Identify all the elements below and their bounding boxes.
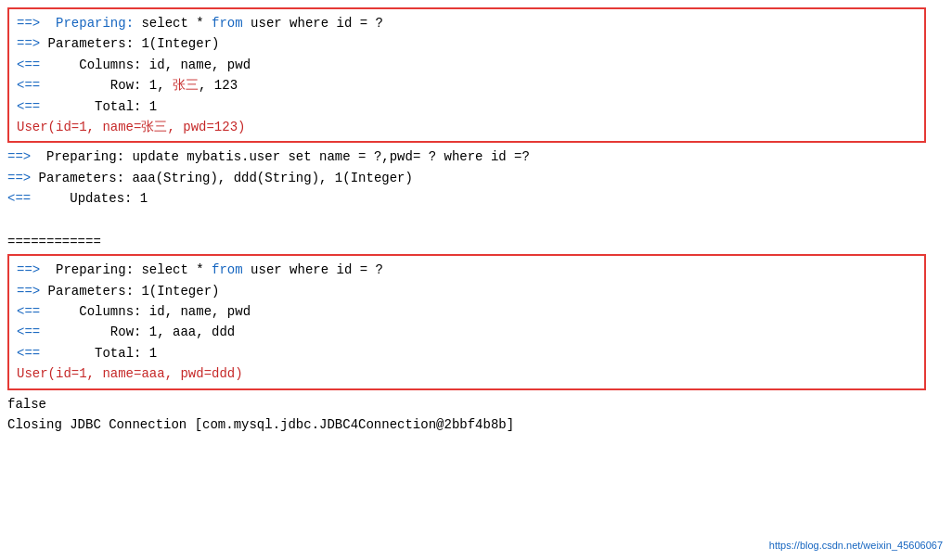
block1-line4: <== Row: 1, 张三, 123 bbox=[17, 75, 917, 95]
block1: ==> Preparing: select * from user where … bbox=[7, 7, 926, 143]
block2-line1: ==> Preparing: select * from user where … bbox=[17, 260, 917, 280]
block1-line3: <== Columns: id, name, pwd bbox=[17, 55, 917, 75]
arrow-right-icon: ==> bbox=[17, 16, 40, 31]
footer-line1: false bbox=[7, 394, 945, 414]
block1-line2: ==> Parameters: 1(Integer) bbox=[17, 33, 917, 54]
block2-line4: <== Row: 1, aaa, ddd bbox=[17, 322, 917, 342]
block1-result: User(id=1, name=张三, pwd=123) bbox=[17, 117, 917, 137]
middle-line3: <== Updates: 1 bbox=[7, 188, 945, 209]
middle-spacer bbox=[7, 210, 945, 230]
middle-line2: ==> Parameters: aaa(String), ddd(String)… bbox=[7, 168, 945, 188]
footer-line2: Closing JDBC Connection [com.mysql.jdbc.… bbox=[7, 414, 945, 435]
console-output: ==> Preparing: select * from user where … bbox=[7, 7, 945, 435]
block2-line2: ==> Parameters: 1(Integer) bbox=[17, 281, 917, 301]
watermark: https://blog.csdn.net/weixin_45606067 bbox=[769, 540, 943, 551]
block2-line3: <== Columns: id, name, pwd bbox=[17, 301, 917, 322]
separator: ============ bbox=[7, 232, 945, 252]
block2-line5: <== Total: 1 bbox=[17, 343, 917, 363]
block1-line5: <== Total: 1 bbox=[17, 96, 917, 117]
block2-result: User(id=1, name=aaa, pwd=ddd) bbox=[17, 363, 917, 384]
middle-line1: ==> Preparing: update mybatis.user set n… bbox=[7, 146, 945, 167]
block1-line1: ==> Preparing: select * from user where … bbox=[17, 13, 917, 33]
block2: ==> Preparing: select * from user where … bbox=[7, 254, 926, 389]
